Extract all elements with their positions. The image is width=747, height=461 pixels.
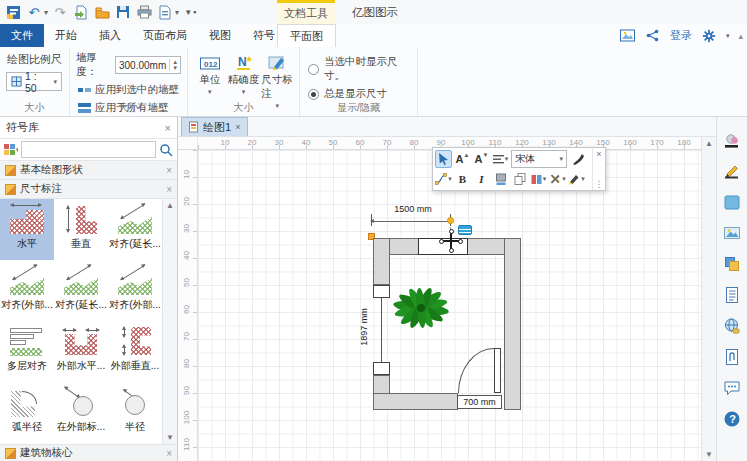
- attachment-icon[interactable]: [723, 348, 741, 366]
- dimension-top-label[interactable]: 1500 mm: [376, 204, 450, 214]
- picture-icon[interactable]: [723, 224, 741, 242]
- stencil-item-0[interactable]: 水平: [0, 199, 54, 260]
- font-family-combobox[interactable]: 宋体 ▾: [511, 150, 567, 168]
- spinner-arrows-icon[interactable]: ▲▼: [169, 59, 180, 71]
- ribbon-tab[interactable]: 插入: [88, 24, 132, 47]
- drawing-canvas[interactable]: 1500 mm 1897 mm 700 mm: [198, 150, 701, 461]
- close-section-icon[interactable]: ×: [166, 184, 172, 195]
- radio-icon[interactable]: [308, 89, 319, 100]
- print-icon[interactable]: [135, 4, 153, 21]
- wall-bottom[interactable]: [373, 393, 458, 410]
- format-tool-icon[interactable]: [723, 131, 741, 149]
- wall-thickness-spinner[interactable]: 300.00mm ▲▼: [115, 56, 181, 74]
- tools-button[interactable]: ▾: [549, 170, 566, 188]
- ribbon-tab[interactable]: 页面布局: [132, 24, 198, 47]
- italic-button[interactable]: I: [473, 170, 490, 188]
- notes-icon[interactable]: [723, 286, 741, 304]
- scroll-down-icon[interactable]: ▼: [166, 433, 174, 442]
- scroll-up-icon[interactable]: ▲: [705, 139, 713, 148]
- qat-more-icon[interactable]: ▾ ▪: [182, 4, 200, 21]
- scroll-up-icon[interactable]: ▲: [166, 201, 174, 210]
- scroll-down-icon[interactable]: ▼: [705, 450, 713, 459]
- theme-colors-button[interactable]: ▾: [530, 170, 547, 188]
- stencil-item-2[interactable]: 对齐(延长...: [108, 199, 162, 260]
- stencil-item-10[interactable]: 在外部标...: [54, 382, 108, 443]
- dimension-left-label[interactable]: 1897 mm: [359, 295, 369, 359]
- wall-right[interactable]: [504, 238, 521, 410]
- copy-style-button[interactable]: [511, 170, 528, 188]
- comment-icon[interactable]: [723, 379, 741, 397]
- stencil-item-4[interactable]: 对齐(延长...: [54, 260, 108, 321]
- stencil-item-5[interactable]: 对齐(外部...: [108, 260, 162, 321]
- ruler-number: 80: [182, 357, 191, 371]
- preview-icon[interactable]: [156, 4, 174, 21]
- import-icon[interactable]: [72, 4, 90, 21]
- undo-icon[interactable]: ↶: [25, 4, 43, 21]
- gear-caret-icon[interactable]: ▾: [726, 32, 730, 40]
- fill-color-icon[interactable]: [723, 193, 741, 211]
- scale-combobox[interactable]: 1 : 50 ▾: [6, 72, 62, 91]
- toolbar-more-icon[interactable]: ⋮: [595, 179, 604, 189]
- open-icon[interactable]: [93, 4, 111, 21]
- save-icon[interactable]: [114, 4, 132, 21]
- text-align-button[interactable]: ▾: [492, 150, 509, 168]
- library-icon[interactable]: ▾: [4, 143, 18, 156]
- edraw-logo-icon[interactable]: [4, 4, 22, 21]
- collapse-ribbon-icon[interactable]: ▴: [738, 31, 743, 41]
- window-cap-bottom[interactable]: [373, 362, 390, 375]
- help-icon[interactable]: ?: [723, 410, 741, 428]
- radio-icon[interactable]: [308, 64, 319, 75]
- stencil-item-11[interactable]: 半径: [108, 382, 162, 443]
- stencil-item-7[interactable]: 外部水平...: [54, 321, 108, 382]
- connector-button[interactable]: ▾: [435, 170, 452, 188]
- rotation-handle[interactable]: [447, 217, 454, 224]
- ribbon-tab[interactable]: 视图: [198, 24, 242, 47]
- dimension-top-line[interactable]: [371, 221, 451, 222]
- dimension-door-label[interactable]: 700 mm: [457, 395, 502, 409]
- close-toolbar-icon[interactable]: ×: [596, 149, 601, 159]
- layers-icon[interactable]: [723, 255, 741, 273]
- login-button[interactable]: 登录: [670, 28, 692, 43]
- ribbon-tab[interactable]: 文件: [0, 24, 44, 47]
- section-dimensioning[interactable]: 尺寸标注 ×: [0, 180, 177, 199]
- share-icon[interactable]: [645, 28, 661, 44]
- pencil-icon[interactable]: [723, 162, 741, 180]
- drawing-tab[interactable]: 绘图1 ×: [181, 117, 248, 136]
- pointer-tool-button[interactable]: [435, 150, 452, 168]
- close-section-icon[interactable]: ×: [166, 165, 172, 176]
- stencil-item-8[interactable]: 外部垂直...: [108, 321, 162, 382]
- section-basic-shapes[interactable]: 基本绘图形状 ×: [0, 161, 177, 180]
- hyperlink-icon[interactable]: [723, 317, 741, 335]
- increase-font-button[interactable]: A▲: [454, 150, 471, 168]
- canvas-vertical-scrollbar[interactable]: ▲ ▼: [701, 137, 716, 461]
- format-brush-button[interactable]: [569, 150, 586, 168]
- decrease-font-button[interactable]: A▼: [473, 150, 490, 168]
- stencil-item-6[interactable]: 多层对齐: [0, 321, 54, 382]
- symbol-search-input[interactable]: [21, 141, 156, 158]
- close-panel-icon[interactable]: ×: [165, 122, 171, 134]
- gear-icon[interactable]: [701, 28, 717, 44]
- undo-caret-icon[interactable]: ▾: [44, 8, 48, 17]
- close-tab-icon[interactable]: ×: [235, 122, 240, 132]
- export-image-icon[interactable]: [620, 28, 636, 44]
- palm-plant[interactable]: [380, 278, 462, 342]
- door-swing-arc[interactable]: [458, 348, 494, 393]
- search-icon[interactable]: [159, 143, 173, 157]
- stencil-item-1[interactable]: 垂直: [54, 199, 108, 260]
- radio-option[interactable]: 总是显示尺寸: [308, 87, 409, 101]
- apply-selected-walls-button[interactable]: 应用到选中的墙壁: [76, 82, 181, 98]
- redo-icon[interactable]: ↷: [51, 4, 69, 21]
- stencil-item-3[interactable]: 对齐(外部...: [0, 260, 54, 321]
- bold-button[interactable]: B: [454, 170, 471, 188]
- section-building-core[interactable]: 建筑物核心 ×: [0, 444, 177, 461]
- stencil-item-9[interactable]: 弧半径: [0, 382, 54, 443]
- fill-color-button[interactable]: [492, 170, 509, 188]
- close-section-icon[interactable]: ×: [166, 448, 172, 459]
- radio-option[interactable]: 当选中时显示尺寸。: [308, 55, 409, 83]
- preview-caret-icon[interactable]: ▾: [175, 8, 179, 17]
- door-leaf[interactable]: [494, 348, 501, 393]
- panel-scrollbar[interactable]: ▲ ▼: [162, 199, 177, 444]
- tab-floorplan[interactable]: 平面图: [277, 24, 336, 47]
- edit-pen-button[interactable]: ▾: [568, 170, 585, 188]
- ribbon-tab[interactable]: 开始: [44, 24, 88, 47]
